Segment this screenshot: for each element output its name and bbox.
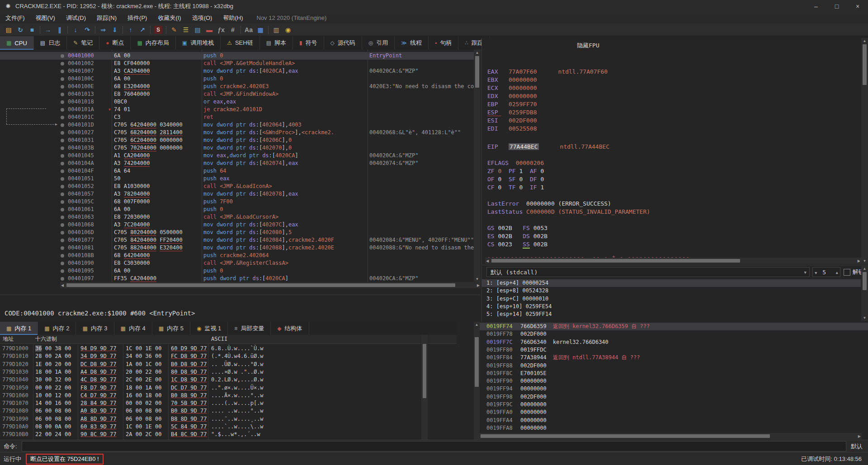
breakpoint-dot[interactable] xyxy=(61,154,64,158)
register-row[interactable]: EAX 77A07F60 ntdll.77A07F60 xyxy=(487,68,858,76)
disasm-row[interactable]: 0040104F6A 64push 64 xyxy=(0,167,474,175)
run-to-user-code-icon[interactable]: ⇓ xyxy=(109,24,121,35)
tab-seh[interactable]: ⚠SEH链 xyxy=(221,36,260,50)
breakpoint-dot[interactable] xyxy=(61,193,64,196)
stack-row[interactable]: 0019FF98002DF000 xyxy=(480,393,868,401)
disasm-row[interactable]: 0040104AA3 74204000mov dword ptr ds:[402… xyxy=(0,160,474,167)
segment-row[interactable]: CS 0023 SS 002B xyxy=(487,240,858,249)
disasm-row[interactable]: 00401068A3 7C204000mov dword ptr ds:[402… xyxy=(0,221,474,229)
breakpoint-dot[interactable] xyxy=(61,200,64,204)
last-error[interactable]: LastError 00000000 (ERROR_SUCCESS) xyxy=(487,200,858,208)
disasm-vscrollbar[interactable]: ▲ ▼ xyxy=(474,50,481,282)
register-row[interactable]: EBX 00000000 xyxy=(487,76,858,84)
breakpoint-dot[interactable] xyxy=(61,231,64,235)
breakpoint-dot[interactable] xyxy=(61,162,64,165)
disasm-row[interactable]: 0040106DC705 80204000 0500000mov dword p… xyxy=(0,229,474,236)
breakpoint-dot[interactable] xyxy=(61,208,64,211)
disasm-row[interactable]: 0040101A▼74 01je crackme2.40101D xyxy=(0,106,474,113)
tab-dump-2[interactable]: ▦内存 2 xyxy=(38,322,76,335)
register-row[interactable]: ECX 00000000 xyxy=(487,84,858,92)
breakpoint-dot[interactable] xyxy=(61,131,64,135)
maximize-button[interactable]: □ xyxy=(826,0,847,13)
flags-row[interactable]: ZF 0 PF 1 AF 0 xyxy=(487,167,858,175)
register-eip[interactable]: EIP 77A44BEC ntdll.77A44BEC xyxy=(487,143,858,151)
tab-locals[interactable]: ≡局部变量 xyxy=(228,322,271,335)
disasm-row[interactable]: 0040105C68 007F0000push 7F00 xyxy=(0,198,474,206)
disasm-row[interactable]: 00401057A3 78204000mov dword ptr ds:[402… xyxy=(0,190,474,198)
disassembly-view[interactable]: 004010006A 00push 0EntryPoint00401002E8 … xyxy=(0,50,474,282)
breakpoint-dot[interactable] xyxy=(61,139,64,142)
command-input[interactable] xyxy=(22,441,846,451)
dump-row[interactable]: 779D107014 00 16 0028 84 9D 7700 00 02 0… xyxy=(0,399,457,407)
tab-handles[interactable]: ▪句柄 xyxy=(429,36,458,50)
dump-row[interactable]: 779D101028 00 2A 0034 D9 9D 7734 00 36 0… xyxy=(0,352,457,360)
disasm-row[interactable]: 00401063E8 72030000call <JMP.&LoadCursor… xyxy=(0,213,474,221)
tab-struct[interactable]: ◆结构体 xyxy=(271,322,309,335)
stack-row[interactable]: 0019FF9C00000000 xyxy=(480,401,868,409)
dump-row[interactable]: 779D105000 00 22 00F8 D7 9D 7718 00 1A 0… xyxy=(0,384,457,392)
register-row[interactable]: ESP 0259FDB8 xyxy=(487,108,858,117)
disasm-row[interactable]: 00401097FF35 CA204000push dword ptr ds:[… xyxy=(0,275,474,282)
tab-dump-5[interactable]: ▦内存 5 xyxy=(152,322,190,335)
argument-row[interactable]: 1: [esp+4] 00000254 xyxy=(482,279,861,287)
tab-symbols[interactable]: ▮符号 xyxy=(293,36,324,50)
breakpoint-dot[interactable] xyxy=(61,62,64,66)
stack-panel[interactable]: 0019FF74766D6359返回到 kernel32.766D6359 自 … xyxy=(480,322,868,440)
breakpoint-dot[interactable] xyxy=(61,54,64,58)
argument-row[interactable]: 3: [esp+C] 00000010 xyxy=(482,295,861,303)
register-row[interactable]: EDI 00525508 xyxy=(487,125,858,133)
open-file-icon[interactable]: ▤ xyxy=(3,24,14,35)
stack-row[interactable]: 0019FF88002DF000 xyxy=(480,362,868,370)
restart-icon[interactable]: ↻ xyxy=(14,24,26,35)
stack-row[interactable]: 0019FF800019FFDC xyxy=(480,346,868,354)
execute-till-return-icon[interactable]: ⇒ xyxy=(97,24,109,35)
tab-dump-4[interactable]: ▦内存 4 xyxy=(114,322,152,335)
disasm-row[interactable]: 00401031C705 6C204000 0000000mov dword p… xyxy=(0,136,474,144)
minimize-button[interactable]: – xyxy=(806,0,826,13)
stop-icon[interactable]: ■ xyxy=(26,24,38,35)
hide-fpu-button[interactable]: 隐藏FPU xyxy=(482,42,694,50)
disasm-row[interactable]: 0040100C6A 00push 0 xyxy=(0,75,474,83)
command-mode-label[interactable]: 默认 xyxy=(851,442,863,451)
breakpoint-dot[interactable] xyxy=(61,169,64,173)
menu-item[interactable]: 视图(V) xyxy=(30,13,61,23)
dump-row[interactable]: 779D109006 00 08 00A8 8D 9D 7706 00 08 0… xyxy=(0,415,457,423)
stack-row[interactable]: 0019FFA000000000 xyxy=(480,409,868,416)
menu-item[interactable]: 插件(P) xyxy=(122,13,152,23)
segment-row[interactable]: ES 002B DS 002B xyxy=(487,232,858,240)
preferences-globe-icon[interactable]: ◉ xyxy=(282,24,294,35)
stack-row[interactable]: 0019FF9400000000 xyxy=(480,385,868,393)
registers-vscrollbar[interactable]: ▲ ▼ xyxy=(861,38,868,264)
disasm-row[interactable]: 00401090E8 C3030000call <JMP.&RegisterCl… xyxy=(0,259,474,267)
memory-dump-panel[interactable]: 地址 十六进制 ASCII 779D100036 00 38 0094 D9 9… xyxy=(0,335,457,440)
breakpoint-dot[interactable] xyxy=(61,223,64,227)
stack-hscrollbar[interactable]: ▶ xyxy=(480,433,862,439)
register-row[interactable]: EBP 0259FF70 xyxy=(487,100,858,108)
dump-row[interactable]: 779D103018 00 1A 00A4 D8 9D 7720 00 22 0… xyxy=(0,368,457,376)
disasm-row[interactable]: 004010956A 00push 0 xyxy=(0,267,474,275)
tab-log[interactable]: ▤日志 xyxy=(34,36,67,50)
dump-row[interactable]: 779D100036 00 38 0094 D9 9D 771C 00 1E 0… xyxy=(0,345,457,352)
breakpoint-dot[interactable] xyxy=(61,185,64,188)
register-row[interactable]: EDX 00000000 xyxy=(487,92,858,100)
menu-item[interactable]: 帮助(H) xyxy=(217,13,248,23)
breakpoint-dot[interactable] xyxy=(61,123,64,127)
run-icon[interactable]: → xyxy=(42,24,54,35)
tab-dump-3[interactable]: ▦内存 3 xyxy=(76,322,114,335)
dump-row[interactable]: 779D108006 00 08 00A0 8D 9D 7706 00 08 0… xyxy=(0,407,457,415)
disasm-row[interactable]: 0040103BC705 70204000 0000000mov dword p… xyxy=(0,144,474,152)
step-out-icon[interactable]: ↑ xyxy=(125,24,137,35)
breakpoint-dot[interactable] xyxy=(61,277,64,281)
dump-row[interactable]: 779D10201E 00 20 00DC D8 9D 771A 00 1C 0… xyxy=(0,361,457,368)
stack-row[interactable]: 0019FF74766D6359返回到 kernel32.766D6359 自 … xyxy=(480,323,868,330)
menu-item[interactable]: 选项(O) xyxy=(187,13,218,23)
stack-row[interactable]: 0019FFA800000000 xyxy=(480,424,868,432)
tab-cpu[interactable]: ▦CPU xyxy=(0,36,34,50)
disasm-row[interactable]: 0040101CC3ret xyxy=(0,113,474,121)
disasm-row[interactable]: 00401081C705 88204000 E320400mov dword p… xyxy=(0,244,474,252)
argument-row[interactable]: 4: [esp+10] 0259FE54 xyxy=(482,303,861,310)
dump-row[interactable]: 779D10B022 00 24 0090 8C 9D 772A 00 2C 0… xyxy=(0,431,457,438)
memory-icon[interactable]: ▥ xyxy=(270,24,282,35)
breakpoint-dot[interactable] xyxy=(61,216,64,219)
breakpoint-dot[interactable] xyxy=(61,146,64,150)
